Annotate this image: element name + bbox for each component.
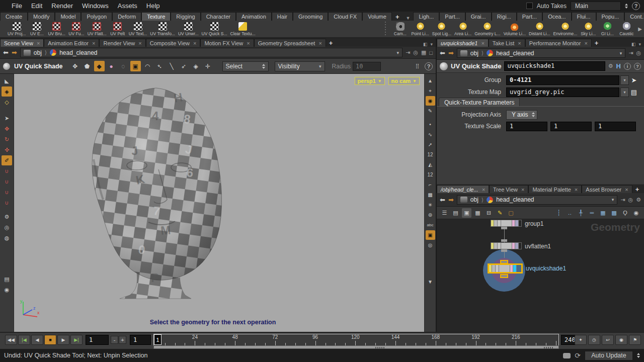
node-flag[interactable] [501,220,512,226]
lasso-select-icon[interactable]: ◠ [142,61,153,71]
tab-obj-head-cle[interactable]: /obj/head_cle...× [437,185,489,193]
scroll-down-icon[interactable]: ▼ [426,277,435,287]
shelf-tab-rigi[interactable]: Rigi... [492,12,517,21]
tab-close-icon[interactable]: × [247,40,250,46]
section-tab[interactable]: Quick-Texture Parameters [439,98,520,107]
sticky-note-icon[interactable]: ✎ [495,208,505,218]
node-name-field[interactable]: uvquickshade1 [504,61,605,71]
node-flag[interactable] [515,243,519,249]
menu-assets[interactable]: Assets [113,1,142,11]
pin-pane-icon[interactable]: ⇥ [406,49,410,56]
grid-snap-icon[interactable]: ▦ [598,208,608,218]
snap-grid-icon[interactable]: ∪ [2,166,12,176]
frame-increment-button[interactable]: + [119,336,126,344]
projection-axis-dropdown[interactable]: Y axis [506,110,537,120]
menu-windows[interactable]: Windows [77,1,113,11]
snapshot-icon[interactable]: ▦ [421,49,426,56]
node-output-stub[interactable] [501,227,507,229]
shelf-tool-uv-e[interactable]: UV E... [27,21,46,38]
shelf-tab-character[interactable]: Character [201,12,236,21]
add-tab-button[interactable]: + [632,186,642,193]
help-icon[interactable]: ? [632,2,640,10]
shelf-tab-cont[interactable]: Cont... [624,12,644,21]
shelf-tool-uv-unwr[interactable]: UV Unwr... [177,21,200,38]
forward-icon[interactable]: ➡ [12,49,17,56]
menu-help[interactable]: Help [142,1,165,11]
background-image-icon[interactable]: ▣ [426,230,435,240]
viewport-help-icon[interactable]: ? [425,62,433,70]
color-palette-icon[interactable]: ▦ [473,208,482,218]
tab-close-icon[interactable]: × [518,40,521,46]
shelf-tool-geometry-l[interactable]: Geometry L... [473,21,502,38]
shelf-tool-uv-fu[interactable]: UV Fu... [67,21,86,38]
add-tab-button[interactable]: + [592,39,602,47]
node-flag[interactable] [515,220,519,226]
display-options-icon[interactable]: ⁞⁞ [412,61,423,71]
node-uvquickshade1[interactable] [488,263,523,274]
shelf-tab-part[interactable]: Part... [517,12,542,21]
point-numbers-icon[interactable]: 12 [426,150,435,159]
tab-performance-monitor[interactable]: Performance Monitor× [525,39,592,47]
net-gear-icon[interactable]: ⚙ [636,197,641,203]
shelf-tool-distant-li[interactable]: Distant Li... [527,21,552,38]
shelf-tab-cloud-fx[interactable]: Cloud FX [328,12,362,21]
align-rows-icon[interactable]: ═ [587,208,597,218]
add-tab-button[interactable]: + [326,39,336,47]
texture-scale-y-field[interactable]: 1 [550,122,592,131]
translate-tool-icon[interactable]: ✥ [2,124,12,134]
maximize-pane-icon[interactable]: ◧ [631,42,636,47]
shelf-tool-cam[interactable]: Cam... [390,21,410,38]
scrollbar-grip-end[interactable] [544,347,553,348]
shelf-tool-point-li[interactable]: Point Li... [410,21,430,38]
tab-close-icon[interactable]: × [625,187,628,193]
align-left-icon[interactable]: ╀ [576,208,586,218]
tab-close-icon[interactable]: × [318,40,321,46]
show-handles-icon[interactable]: ✥ [70,61,80,71]
next-frame-button[interactable]: ▶| [70,335,83,345]
global-anim-options-icon[interactable]: ◷ [588,335,600,345]
auto-takes-checkbox[interactable] [526,3,533,9]
vertical-layout-icon[interactable]: ┆ [554,208,564,218]
shelf-tab-flui[interactable]: Flui... [572,12,596,21]
play-button[interactable]: ▶ [57,335,69,345]
tab-material-palette[interactable]: Material Palette× [528,185,582,193]
follow-selection-icon[interactable]: ◎ [413,49,418,56]
menu-file[interactable]: File [7,1,27,11]
select-spinner[interactable] [262,64,265,69]
shelf-tab-modify[interactable]: Modify [28,12,55,21]
timeline-ruler[interactable]: 1 24487296120144168192216 [153,334,559,345]
tab-render-view[interactable]: Render View× [99,39,145,47]
shaded-view-icon[interactable]: ◉ [426,96,435,106]
tree-list-icon[interactable]: ☰ [440,208,449,218]
tab-close-icon[interactable]: × [482,187,485,193]
audio-options-icon[interactable]: ◉ [615,335,627,345]
tool-state-icon[interactable] [3,63,10,70]
pane-options-icon[interactable]: □ [429,50,433,56]
pane-menu-icon[interactable]: ▾ [430,42,433,47]
node-flag[interactable] [498,220,501,226]
param-forward-icon[interactable]: ➡ [448,49,454,57]
take-selector[interactable]: Main [571,2,621,11]
shelf-dropdown-icon[interactable]: ▼ [403,16,413,21]
shelf-tab-popu[interactable]: Popu... [596,12,625,21]
view-pivot-icon[interactable]: ⌖ [426,86,435,96]
tab-close-icon[interactable]: × [138,40,141,46]
file-chooser-icon[interactable]: ▤ [629,88,639,96]
snap-multi-icon[interactable]: ∪ [2,198,12,208]
stop-button[interactable]: ■ [44,335,56,345]
show-points-icon[interactable]: • [426,120,435,129]
shelf-tool-volume-li[interactable]: Volume Li... [502,21,527,38]
point-normal-icon[interactable]: ➚ [426,140,435,149]
shelf-tool-uv-flatt[interactable]: UV Flatt... [86,21,108,38]
shelf-tab-grai[interactable]: Grai... [465,12,492,21]
select-components-icon[interactable]: ◇ [2,97,12,107]
tab-geometry-spreadsheet[interactable]: Geometry Spreadsheet× [254,39,326,47]
select-mode-icon[interactable]: ◆ [94,61,105,71]
view-location-icon[interactable]: ◎ [426,240,435,250]
show-profiles-icon[interactable]: ▩ [426,190,435,200]
shelf-tool-uv-text[interactable]: UV Text... [127,21,149,38]
shelf-tool-sky-li[interactable]: Sky Li... [579,21,598,38]
net-breadcrumb[interactable]: obj ⟩ head_cleaned ▾ [457,195,617,205]
pose-tool-icon[interactable]: ⚙ [2,212,12,222]
auto-update-dropdown[interactable]: Auto Update [585,351,633,360]
